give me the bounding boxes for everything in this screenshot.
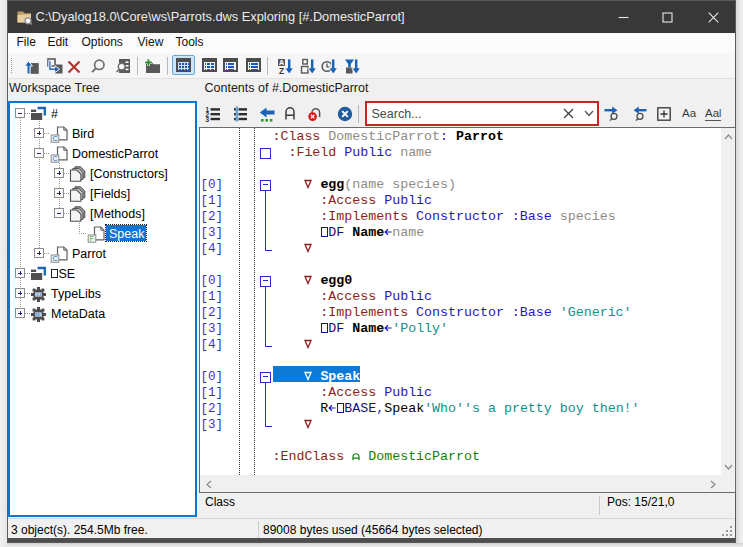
svg-text:MET: MET <box>34 312 43 317</box>
svg-text:C: C <box>52 155 57 162</box>
svg-text:OLE: OLE <box>34 292 42 297</box>
svg-text:3: 3 <box>206 116 210 122</box>
svg-text:C: C <box>52 255 57 262</box>
svg-text:C: C <box>52 135 57 142</box>
svg-text:Z: Z <box>279 66 284 76</box>
svg-text:F: F <box>90 235 94 242</box>
